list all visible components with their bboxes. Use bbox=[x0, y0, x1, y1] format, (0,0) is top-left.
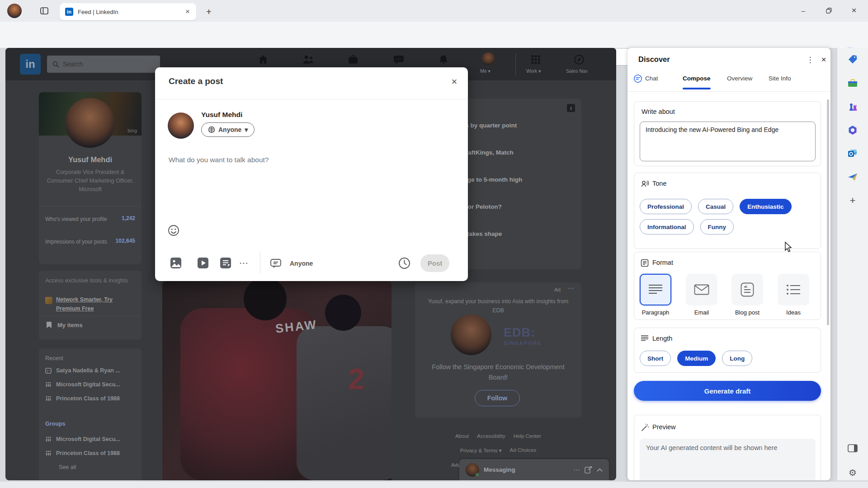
tab-close-icon[interactable]: × bbox=[184, 7, 191, 16]
panel-options-icon[interactable]: ⋮ bbox=[804, 53, 816, 66]
sales-nav-icon[interactable] bbox=[573, 54, 585, 66]
customize-sidebar-icon[interactable]: + bbox=[847, 195, 858, 206]
emoji-icon[interactable] bbox=[168, 225, 179, 236]
footer-link[interactable]: Ad Choices bbox=[510, 447, 537, 454]
compose-message-icon[interactable] bbox=[585, 466, 592, 474]
games-icon[interactable] bbox=[847, 101, 858, 112]
messaging-icon[interactable] bbox=[393, 54, 405, 66]
tone-option-casual[interactable]: Casual bbox=[698, 199, 733, 214]
svg-text:A: A bbox=[745, 284, 747, 289]
add-video-icon[interactable] bbox=[197, 257, 209, 269]
groups-title[interactable]: Groups bbox=[45, 421, 65, 427]
tab-compose[interactable]: Compose bbox=[683, 75, 711, 82]
info-icon[interactable]: i bbox=[567, 104, 575, 112]
drop-icon[interactable] bbox=[847, 172, 858, 183]
tone-option-informational[interactable]: Informational bbox=[640, 219, 694, 235]
footer-link[interactable]: Accessibility bbox=[477, 433, 505, 439]
see-all-link[interactable]: See all bbox=[59, 464, 76, 470]
linkedin-logo[interactable]: in bbox=[20, 54, 41, 75]
jobs-icon[interactable] bbox=[347, 54, 359, 66]
tab-actions-icon[interactable] bbox=[40, 6, 49, 15]
recent-item[interactable]: Microsoft Digital Secu... bbox=[45, 381, 120, 388]
outlook-icon[interactable] bbox=[847, 148, 858, 159]
recent-item[interactable]: Satya Nadella & Ryan ... bbox=[45, 367, 120, 374]
me-avatar[interactable] bbox=[482, 52, 495, 65]
work-grid-icon[interactable] bbox=[530, 54, 542, 66]
format-option-ideas[interactable]: Ideas bbox=[778, 274, 809, 305]
footer-link[interactable]: Privacy & Terms ▾ bbox=[460, 447, 502, 454]
premium-link[interactable]: Network Smarter, Try Premium Free bbox=[56, 295, 133, 313]
sidebar-toggle-icon[interactable] bbox=[847, 443, 858, 454]
my-network-icon[interactable] bbox=[302, 54, 314, 66]
ad-avatar[interactable] bbox=[451, 314, 491, 355]
stat-label[interactable]: Impressions of your posts bbox=[45, 238, 108, 246]
visibility-selector[interactable]: Anyone ▾ bbox=[201, 122, 255, 137]
group-item[interactable]: Microsoft Digital Secu... bbox=[45, 436, 120, 442]
divider bbox=[260, 252, 260, 273]
shopping-tag-icon[interactable] bbox=[847, 54, 858, 65]
panel-close-icon[interactable]: × bbox=[817, 53, 830, 66]
feed-post-photo[interactable]: SHAW 2 bbox=[162, 281, 392, 480]
ad-options-icon[interactable]: ⋯ bbox=[567, 284, 574, 292]
window-minimize-button[interactable]: – bbox=[796, 5, 811, 16]
footer-link[interactable]: About bbox=[455, 433, 469, 439]
post-button[interactable]: Post bbox=[420, 254, 449, 272]
format-option-email[interactable]: Email bbox=[686, 274, 717, 305]
format-option-blog-post[interactable]: A Blog post bbox=[731, 274, 763, 305]
divider bbox=[39, 206, 142, 206]
length-option-medium[interactable]: Medium bbox=[677, 351, 716, 366]
tone-option-professional[interactable]: Professional bbox=[640, 199, 692, 214]
write-about-input[interactable]: Introducing the new AI-Powered Bing and … bbox=[640, 122, 816, 161]
tab-chat[interactable]: Chat bbox=[645, 75, 658, 82]
my-items-link[interactable]: My items bbox=[46, 321, 83, 328]
messaging-dock[interactable]: Messaging ⋯ bbox=[459, 459, 609, 480]
tone-label: Tone bbox=[652, 180, 666, 187]
home-icon[interactable] bbox=[257, 54, 269, 66]
stat-value[interactable]: 102,645 bbox=[116, 238, 135, 244]
browser-tab-active[interactable]: in Feed | LinkedIn × bbox=[60, 3, 196, 20]
tab-overview[interactable]: Overview bbox=[727, 75, 752, 82]
premium-tools-card: Access exclusive tools & insights Networ… bbox=[39, 271, 142, 340]
profile-avatar[interactable] bbox=[65, 98, 115, 148]
tone-option-funny[interactable]: Funny bbox=[700, 219, 734, 235]
window-restore-button[interactable] bbox=[821, 5, 836, 16]
browser-profile-avatar[interactable] bbox=[7, 4, 22, 18]
tone-option-enthusiastic[interactable]: Enthusiastic bbox=[740, 199, 791, 214]
stat-label[interactable]: Who's viewed your profile bbox=[45, 215, 108, 224]
messaging-options-icon[interactable]: ⋯ bbox=[573, 466, 580, 474]
search-input[interactable]: Search bbox=[47, 56, 160, 73]
active-tab-underline bbox=[683, 88, 711, 89]
generate-draft-button[interactable]: Generate draft bbox=[634, 381, 821, 401]
settings-gear-icon[interactable]: ⚙ bbox=[847, 467, 858, 478]
chevron-up-icon[interactable] bbox=[597, 468, 603, 472]
toolbox-icon[interactable] bbox=[847, 78, 858, 89]
follow-button[interactable]: Follow bbox=[475, 390, 520, 406]
notifications-icon[interactable] bbox=[438, 54, 449, 66]
length-option-long[interactable]: Long bbox=[722, 351, 752, 366]
post-text-input[interactable]: What do you want to talk about? bbox=[169, 156, 269, 164]
length-option-short[interactable]: Short bbox=[640, 351, 671, 366]
window-close-button[interactable]: × bbox=[846, 5, 862, 16]
nav-work-label[interactable]: Work ▾ bbox=[526, 68, 541, 74]
comment-scope-icon[interactable] bbox=[270, 258, 283, 270]
panel-scrollbar[interactable] bbox=[827, 99, 829, 325]
microsoft-365-icon[interactable] bbox=[847, 125, 858, 136]
footer-link[interactable]: Help Center bbox=[514, 433, 541, 439]
more-options-icon[interactable]: ⋯ bbox=[239, 258, 249, 268]
schedule-icon[interactable] bbox=[398, 257, 410, 269]
tab-site-info[interactable]: Site Info bbox=[769, 75, 791, 82]
group-item[interactable]: Princeton Class of 1988 bbox=[45, 450, 120, 456]
new-tab-button[interactable]: + bbox=[203, 5, 215, 18]
modal-close-icon[interactable]: × bbox=[446, 74, 462, 90]
add-photo-icon[interactable] bbox=[170, 257, 182, 269]
recent-item[interactable]: Princeton Class of 1988 bbox=[45, 395, 120, 402]
length-label: Length bbox=[652, 335, 672, 342]
add-document-icon[interactable] bbox=[219, 257, 232, 269]
divider bbox=[39, 316, 142, 316]
comment-scope-label[interactable]: Anyone bbox=[290, 260, 313, 267]
stat-value[interactable]: 1,242 bbox=[122, 215, 135, 221]
profile-name[interactable]: Yusuf Mehdi bbox=[39, 155, 142, 164]
format-option-paragraph[interactable]: Paragraph bbox=[640, 274, 671, 305]
nav-me-label[interactable]: Me ▾ bbox=[480, 68, 491, 74]
nav-sales-label[interactable]: Sales Nav bbox=[566, 68, 588, 74]
